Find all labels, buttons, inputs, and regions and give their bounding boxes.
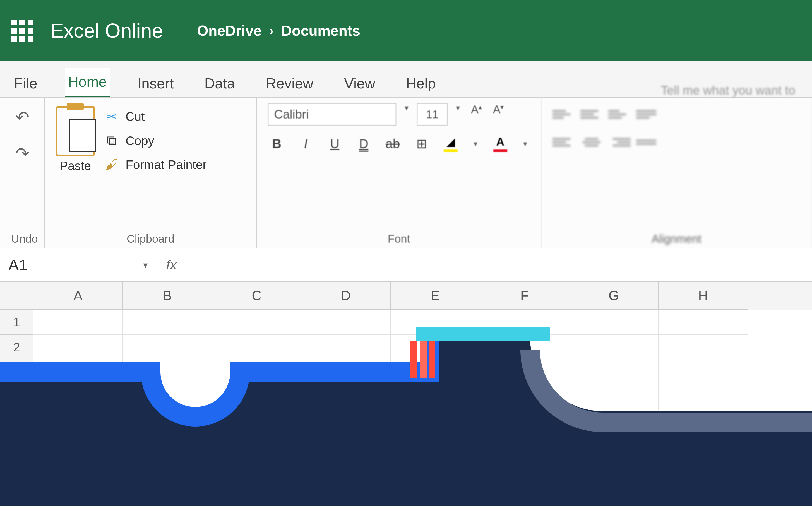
undo-button[interactable]: ↶	[11, 103, 33, 131]
borders-button[interactable]: ⊞	[413, 134, 430, 153]
cell[interactable]	[212, 310, 301, 335]
chevron-down-icon[interactable]: ▾	[471, 139, 480, 148]
tab-data[interactable]: Data	[202, 70, 238, 97]
column-header[interactable]: F	[480, 282, 569, 310]
cell[interactable]	[391, 385, 480, 410]
fill-color-button[interactable]: ◢	[442, 134, 460, 153]
cell[interactable]	[33, 310, 123, 335]
tab-view[interactable]: View	[341, 70, 378, 97]
paintbrush-icon: 🖌	[103, 157, 120, 172]
tab-home[interactable]: Home	[65, 68, 110, 97]
cell[interactable]	[480, 310, 569, 335]
title-bar: Excel Online OneDrive › Documents	[0, 0, 812, 61]
align-bottom-button[interactable]	[608, 103, 631, 125]
grow-font-button[interactable]: A▴	[468, 103, 485, 125]
tab-insert[interactable]: Insert	[135, 70, 177, 97]
align-center-button[interactable]	[580, 131, 603, 153]
cell[interactable]	[123, 335, 212, 360]
double-underline-button[interactable]: D	[355, 134, 373, 153]
cell[interactable]	[658, 385, 748, 410]
column-headers: A B C D E F G H	[0, 282, 812, 310]
cell[interactable]	[480, 360, 569, 385]
copy-button[interactable]: ⧉ Copy	[103, 133, 207, 149]
row-header[interactable]: 4	[0, 385, 33, 410]
align-left-button[interactable]	[553, 131, 575, 153]
column-header[interactable]: A	[33, 282, 123, 310]
cell[interactable]	[569, 385, 658, 410]
fill-color-swatch	[444, 149, 458, 152]
font-color-icon: A	[496, 136, 504, 148]
cell[interactable]	[212, 385, 301, 410]
cell[interactable]	[658, 360, 748, 385]
tell-me-search[interactable]: Tell me what you want to	[661, 83, 795, 97]
chevron-down-icon[interactable]: ▾	[143, 260, 156, 270]
cell[interactable]	[212, 335, 301, 360]
tab-help[interactable]: Help	[403, 70, 439, 97]
formula-bar: A1 ▾ fx	[0, 248, 812, 282]
italic-button[interactable]: I	[297, 134, 315, 153]
bold-button[interactable]: B	[268, 134, 286, 153]
row-header[interactable]: 2	[0, 335, 33, 360]
clipboard-group: Paste ✂ Cut ⧉ Copy 🖌 Format Painter Clip…	[45, 98, 257, 248]
font-color-button[interactable]: A	[491, 134, 509, 153]
cell[interactable]	[301, 385, 391, 410]
name-box[interactable]: A1 ▾	[0, 248, 156, 281]
merge-button[interactable]	[636, 131, 658, 153]
cell[interactable]	[301, 335, 391, 360]
cut-button[interactable]: ✂ Cut	[103, 109, 207, 124]
column-header[interactable]: E	[391, 282, 480, 310]
row-header[interactable]: 3	[0, 360, 33, 385]
redo-button[interactable]: ↷	[11, 140, 33, 167]
column-header[interactable]: H	[658, 282, 748, 310]
tab-file[interactable]: File	[11, 70, 40, 97]
cell[interactable]	[123, 385, 212, 410]
cell[interactable]	[480, 335, 569, 360]
cell[interactable]	[480, 385, 569, 410]
breadcrumb-segment[interactable]: Documents	[281, 22, 360, 39]
cell[interactable]	[658, 335, 748, 360]
underline-button[interactable]: U	[326, 134, 344, 153]
align-middle-button[interactable]	[580, 103, 603, 125]
font-name-select[interactable]: Calibri	[268, 103, 396, 125]
format-painter-button[interactable]: 🖌 Format Painter	[103, 157, 207, 172]
fx-icon[interactable]: fx	[156, 248, 187, 281]
formula-input[interactable]	[187, 248, 812, 281]
column-header[interactable]: B	[123, 282, 212, 310]
cell[interactable]	[33, 385, 123, 410]
chevron-down-icon[interactable]: ▾	[453, 103, 463, 125]
chevron-down-icon[interactable]: ▾	[520, 139, 530, 148]
wrap-text-button[interactable]	[636, 103, 658, 125]
chevron-down-icon[interactable]: ▾	[402, 103, 411, 125]
font-size-select[interactable]: 11	[417, 103, 448, 125]
align-right-button[interactable]	[608, 131, 631, 153]
cell[interactable]	[569, 360, 658, 385]
cell[interactable]	[391, 360, 480, 385]
cell[interactable]	[569, 335, 658, 360]
cell[interactable]	[301, 360, 391, 385]
name-box-value: A1	[8, 256, 28, 274]
cell[interactable]	[391, 335, 480, 360]
select-all-corner[interactable]	[0, 282, 33, 310]
shrink-font-button[interactable]: A▾	[490, 103, 507, 125]
column-header[interactable]: D	[301, 282, 391, 310]
cell[interactable]	[33, 335, 123, 360]
cell[interactable]	[391, 310, 480, 335]
cell[interactable]	[301, 310, 391, 335]
breadcrumb[interactable]: OneDrive › Documents	[197, 22, 360, 39]
tab-review[interactable]: Review	[263, 70, 316, 97]
paste-button[interactable]: Paste	[56, 103, 95, 230]
cell[interactable]	[658, 310, 748, 335]
column-header[interactable]: C	[212, 282, 301, 310]
cell[interactable]	[212, 360, 301, 385]
strikethrough-button[interactable]: ab	[384, 134, 402, 153]
cell[interactable]	[123, 360, 212, 385]
cell[interactable]	[123, 310, 212, 335]
align-top-button[interactable]	[553, 103, 575, 125]
column-header[interactable]: G	[569, 282, 658, 310]
cell[interactable]	[33, 360, 123, 385]
breadcrumb-segment[interactable]: OneDrive	[197, 22, 261, 39]
cell[interactable]	[569, 310, 658, 335]
spreadsheet-grid[interactable]: 1 2 3 4	[0, 310, 812, 410]
app-launcher-icon[interactable]	[11, 19, 33, 42]
row-header[interactable]: 1	[0, 310, 33, 335]
